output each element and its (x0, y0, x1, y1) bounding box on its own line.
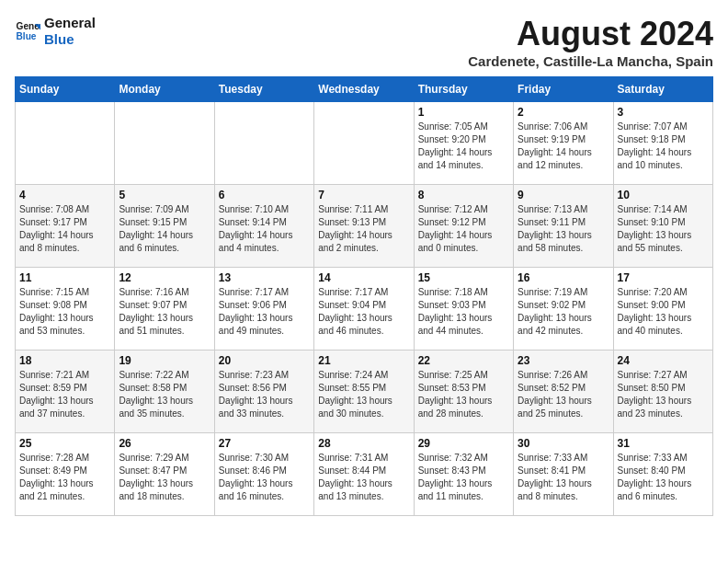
calendar-cell (16, 102, 115, 185)
day-number: 18 (19, 354, 110, 367)
day-detail: Sunrise: 7:14 AM Sunset: 9:10 PM Dayligh… (618, 203, 709, 255)
calendar-cell (214, 102, 313, 185)
day-number: 24 (618, 354, 709, 367)
day-detail: Sunrise: 7:29 AM Sunset: 8:47 PM Dayligh… (119, 452, 210, 503)
day-number: 29 (418, 437, 509, 450)
calendar-cell: 28Sunrise: 7:31 AM Sunset: 8:44 PM Dayli… (314, 433, 414, 516)
day-detail: Sunrise: 7:09 AM Sunset: 9:15 PM Dayligh… (119, 203, 210, 255)
calendar-cell: 29Sunrise: 7:32 AM Sunset: 8:43 PM Dayli… (414, 433, 513, 516)
calendar-cell: 3Sunrise: 7:07 AM Sunset: 9:18 PM Daylig… (613, 102, 712, 185)
calendar-cell: 9Sunrise: 7:13 AM Sunset: 9:11 PM Daylig… (514, 185, 613, 268)
calendar-cell: 31Sunrise: 7:33 AM Sunset: 8:40 PM Dayli… (613, 433, 712, 516)
calendar-cell (314, 102, 414, 185)
calendar-cell: 8Sunrise: 7:12 AM Sunset: 9:12 PM Daylig… (414, 185, 513, 268)
calendar-cell: 17Sunrise: 7:20 AM Sunset: 9:00 PM Dayli… (613, 268, 712, 350)
weekday-header-thursday: Thursday (414, 77, 513, 102)
calendar-cell: 11Sunrise: 7:15 AM Sunset: 9:08 PM Dayli… (16, 268, 115, 350)
calendar-cell: 2Sunrise: 7:06 AM Sunset: 9:19 PM Daylig… (514, 102, 613, 185)
day-detail: Sunrise: 7:11 AM Sunset: 9:13 PM Dayligh… (318, 203, 409, 255)
page-header: General Blue General Blue August 2024 Ca… (15, 15, 713, 69)
calendar-table: SundayMondayTuesdayWednesdayThursdayFrid… (15, 76, 713, 516)
weekday-header-sunday: Sunday (16, 77, 115, 102)
weekday-header-row: SundayMondayTuesdayWednesdayThursdayFrid… (16, 77, 713, 102)
day-number: 20 (219, 354, 310, 367)
day-number: 5 (119, 189, 210, 201)
calendar-cell: 27Sunrise: 7:30 AM Sunset: 8:46 PM Dayli… (214, 433, 313, 516)
day-number: 22 (418, 354, 509, 367)
day-detail: Sunrise: 7:10 AM Sunset: 9:14 PM Dayligh… (219, 203, 310, 255)
weekday-header-tuesday: Tuesday (214, 77, 313, 102)
day-number: 30 (518, 437, 609, 450)
weekday-header-wednesday: Wednesday (314, 77, 414, 102)
day-detail: Sunrise: 7:07 AM Sunset: 9:18 PM Dayligh… (618, 121, 709, 172)
calendar-cell: 25Sunrise: 7:28 AM Sunset: 8:49 PM Dayli… (16, 433, 115, 516)
day-number: 7 (318, 189, 409, 201)
week-row-5: 25Sunrise: 7:28 AM Sunset: 8:49 PM Dayli… (16, 433, 713, 516)
day-detail: Sunrise: 7:18 AM Sunset: 9:03 PM Dayligh… (418, 286, 509, 338)
calendar-cell: 30Sunrise: 7:33 AM Sunset: 8:41 PM Dayli… (514, 433, 613, 516)
logo-blue: Blue (44, 31, 96, 48)
day-number: 11 (19, 271, 110, 284)
logo: General Blue General Blue (15, 15, 96, 48)
day-detail: Sunrise: 7:32 AM Sunset: 8:43 PM Dayligh… (418, 452, 509, 503)
day-number: 31 (618, 437, 709, 450)
day-detail: Sunrise: 7:17 AM Sunset: 9:04 PM Dayligh… (318, 286, 409, 338)
day-detail: Sunrise: 7:24 AM Sunset: 8:55 PM Dayligh… (318, 369, 409, 420)
day-number: 13 (219, 271, 310, 284)
weekday-header-monday: Monday (115, 77, 214, 102)
weekday-header-saturday: Saturday (613, 77, 712, 102)
day-detail: Sunrise: 7:05 AM Sunset: 9:20 PM Dayligh… (418, 121, 509, 172)
location-title: Cardenete, Castille-La Mancha, Spain (468, 53, 713, 69)
title-block: August 2024 Cardenete, Castille-La Manch… (468, 15, 713, 69)
day-number: 17 (618, 271, 709, 284)
day-number: 10 (618, 189, 709, 201)
calendar-cell: 26Sunrise: 7:29 AM Sunset: 8:47 PM Dayli… (115, 433, 214, 516)
calendar-cell: 21Sunrise: 7:24 AM Sunset: 8:55 PM Dayli… (314, 350, 414, 433)
calendar-cell: 16Sunrise: 7:19 AM Sunset: 9:02 PM Dayli… (514, 268, 613, 350)
calendar-cell (115, 102, 214, 185)
day-detail: Sunrise: 7:33 AM Sunset: 8:40 PM Dayligh… (618, 452, 709, 503)
day-number: 2 (518, 106, 609, 119)
logo-icon: General Blue (15, 18, 40, 44)
day-detail: Sunrise: 7:22 AM Sunset: 8:58 PM Dayligh… (119, 369, 210, 420)
calendar-cell: 12Sunrise: 7:16 AM Sunset: 9:07 PM Dayli… (115, 268, 214, 350)
week-row-1: 1Sunrise: 7:05 AM Sunset: 9:20 PM Daylig… (16, 102, 713, 185)
week-row-2: 4Sunrise: 7:08 AM Sunset: 9:17 PM Daylig… (16, 185, 713, 268)
day-number: 9 (518, 189, 609, 201)
day-detail: Sunrise: 7:26 AM Sunset: 8:52 PM Dayligh… (518, 369, 609, 420)
calendar-cell: 24Sunrise: 7:27 AM Sunset: 8:50 PM Dayli… (613, 350, 712, 433)
day-detail: Sunrise: 7:20 AM Sunset: 9:00 PM Dayligh… (618, 286, 709, 338)
calendar-cell: 22Sunrise: 7:25 AM Sunset: 8:53 PM Dayli… (414, 350, 513, 433)
calendar-cell: 7Sunrise: 7:11 AM Sunset: 9:13 PM Daylig… (314, 185, 414, 268)
day-number: 15 (418, 271, 509, 284)
day-number: 28 (318, 437, 409, 450)
calendar-cell: 1Sunrise: 7:05 AM Sunset: 9:20 PM Daylig… (414, 102, 513, 185)
calendar-cell: 15Sunrise: 7:18 AM Sunset: 9:03 PM Dayli… (414, 268, 513, 350)
calendar-cell: 13Sunrise: 7:17 AM Sunset: 9:06 PM Dayli… (214, 268, 313, 350)
month-title: August 2024 (468, 15, 713, 53)
day-detail: Sunrise: 7:33 AM Sunset: 8:41 PM Dayligh… (518, 452, 609, 503)
day-number: 26 (119, 437, 210, 450)
day-number: 27 (219, 437, 310, 450)
day-detail: Sunrise: 7:30 AM Sunset: 8:46 PM Dayligh… (219, 452, 310, 503)
day-detail: Sunrise: 7:28 AM Sunset: 8:49 PM Dayligh… (19, 452, 110, 503)
svg-text:Blue: Blue (17, 31, 37, 41)
calendar-cell: 6Sunrise: 7:10 AM Sunset: 9:14 PM Daylig… (214, 185, 313, 268)
day-number: 21 (318, 354, 409, 367)
logo-general: General (44, 15, 96, 31)
day-number: 16 (518, 271, 609, 284)
weekday-header-friday: Friday (514, 77, 613, 102)
calendar-cell: 23Sunrise: 7:26 AM Sunset: 8:52 PM Dayli… (514, 350, 613, 433)
day-detail: Sunrise: 7:19 AM Sunset: 9:02 PM Dayligh… (518, 286, 609, 338)
day-number: 19 (119, 354, 210, 367)
calendar-cell: 5Sunrise: 7:09 AM Sunset: 9:15 PM Daylig… (115, 185, 214, 268)
day-number: 23 (518, 354, 609, 367)
day-number: 6 (219, 189, 310, 201)
day-number: 12 (119, 271, 210, 284)
day-detail: Sunrise: 7:25 AM Sunset: 8:53 PM Dayligh… (418, 369, 509, 420)
day-detail: Sunrise: 7:23 AM Sunset: 8:56 PM Dayligh… (219, 369, 310, 420)
day-number: 14 (318, 271, 409, 284)
day-detail: Sunrise: 7:06 AM Sunset: 9:19 PM Dayligh… (518, 121, 609, 172)
day-number: 8 (418, 189, 509, 201)
day-number: 4 (19, 189, 110, 201)
